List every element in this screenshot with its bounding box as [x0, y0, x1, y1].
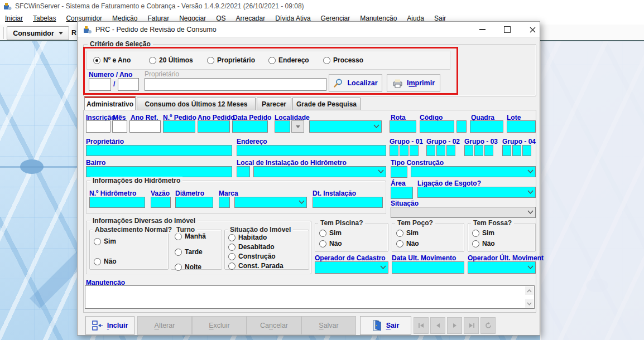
radio-desabitado[interactable]: Desabitado	[228, 243, 275, 251]
salvar-button[interactable]: Salvar	[301, 316, 356, 335]
salvar-label: Salvar	[319, 322, 338, 329]
marca-code-input[interactable]	[219, 197, 230, 208]
nav-previous-button[interactable]	[430, 317, 445, 334]
localidade-combo[interactable]	[309, 120, 382, 133]
grupo-03-input-3[interactable]	[484, 145, 493, 156]
radio-20-ultimos[interactable]: 20 Últimos	[149, 56, 193, 64]
grupo-01-input-2[interactable]	[400, 145, 408, 156]
menu-tabelas[interactable]: Tabelas	[28, 13, 61, 23]
n-hidrometro-input[interactable]	[89, 197, 145, 208]
radio-proprietario[interactable]: Proprietário	[207, 56, 255, 64]
data-ult-movimento-input[interactable]	[392, 261, 464, 274]
proprietario-search-input[interactable]	[145, 78, 326, 91]
tipo-construcao-code-input[interactable]	[391, 166, 407, 178]
dt-instalacao-input[interactable]	[313, 197, 383, 208]
sair-label: Sair	[386, 322, 400, 329]
radio-endereco[interactable]: Endereço	[268, 56, 309, 64]
situacao-combo[interactable]	[391, 207, 536, 218]
numero-ano-slash: /	[113, 80, 115, 88]
grupo-02-input-2[interactable]	[436, 145, 445, 156]
consumidor-toolbar-button[interactable]: Consumidor	[7, 26, 69, 40]
radio-turno-tarde[interactable]: Tarde	[175, 248, 203, 256]
inscricao-input[interactable]	[86, 120, 110, 133]
radio-fossa-nao[interactable]: Não	[472, 240, 495, 247]
operador-cadastro-combo[interactable]	[315, 261, 388, 274]
radio-processo[interactable]: Processo	[323, 56, 363, 64]
cancelar-button[interactable]: Cancelar	[247, 316, 301, 335]
grupo-04-input-2[interactable]	[512, 145, 521, 156]
localidade-dropdown-button[interactable]	[291, 120, 304, 133]
scroll-up-button[interactable]	[525, 286, 534, 295]
radio-turno-noite[interactable]: Noite	[175, 263, 201, 271]
diametro-input[interactable]	[175, 197, 213, 208]
ligacao-esgoto-combo[interactable]	[417, 187, 536, 198]
radio-abastecimento-sim[interactable]: Sim	[94, 237, 116, 245]
radio-construcao[interactable]: Construção	[228, 252, 276, 260]
grupo-03-input-2[interactable]	[474, 145, 483, 156]
codigo-input[interactable]	[420, 120, 454, 133]
grupo-04-input-3[interactable]	[522, 145, 531, 156]
ano-pedido-input[interactable]	[198, 120, 230, 133]
radio-habitado[interactable]: Habitado	[228, 234, 267, 241]
poco-caption: Tem Poço?	[395, 219, 435, 227]
radio-piscina-sim[interactable]: Sim	[319, 229, 342, 237]
radio-piscina-nao[interactable]: Não	[319, 240, 342, 247]
minimize-button[interactable]	[474, 24, 491, 35]
codigo-digit-input[interactable]	[456, 120, 467, 133]
nav-first-button[interactable]	[414, 317, 429, 334]
local-instalacao-combo[interactable]	[253, 166, 386, 177]
tab-parecer[interactable]: Parecer	[257, 98, 291, 110]
menu-iniciar[interactable]: Iniciar	[0, 13, 28, 23]
localidade-code-input[interactable]	[275, 120, 290, 133]
manutencao-textarea[interactable]	[85, 285, 535, 309]
alterar-button[interactable]: Alterar	[137, 316, 192, 335]
quadra-input[interactable]	[470, 120, 503, 133]
mes-input[interactable]	[112, 120, 127, 133]
tab-administrativo[interactable]: Administrativo	[84, 96, 136, 110]
lote-input[interactable]	[507, 120, 536, 133]
sair-button[interactable]: Sair	[360, 316, 411, 335]
n-pedido-input[interactable]	[163, 120, 195, 133]
proprietario-input[interactable]	[86, 145, 232, 156]
grupo-03-input-1[interactable]	[464, 145, 473, 156]
numero-input[interactable]	[89, 78, 111, 91]
scroll-down-button[interactable]	[525, 299, 534, 308]
imprimir-button[interactable]: Imprimir	[387, 74, 440, 92]
nav-refresh-button[interactable]	[480, 317, 496, 334]
incluir-button[interactable]: Incluir	[85, 316, 134, 335]
radio-icon	[323, 57, 330, 64]
excluir-button[interactable]: Excluir	[192, 316, 247, 335]
radio-turno-manha[interactable]: Manhã	[175, 232, 206, 240]
radio-fossa-sim[interactable]: Sim	[472, 229, 494, 237]
radio-abastecimento-nao[interactable]: Não	[94, 258, 117, 265]
close-button[interactable]	[524, 24, 541, 35]
radio-numero-e-ano[interactable]: Nº e Ano	[93, 56, 131, 64]
ano-input[interactable]	[118, 78, 139, 91]
localizar-button[interactable]: Localizar	[329, 74, 382, 92]
grupo-01-input-1[interactable]	[390, 145, 398, 156]
vazao-input[interactable]	[151, 197, 171, 208]
endereco-input[interactable]	[237, 145, 386, 156]
radio-poco-nao[interactable]: Não	[396, 240, 419, 247]
bairro-input[interactable]	[86, 166, 232, 177]
radio-const-parada[interactable]: Const. Parada	[228, 262, 283, 270]
area-input[interactable]	[391, 187, 413, 199]
tipo-construcao-combo[interactable]	[411, 166, 536, 177]
nav-last-button[interactable]	[464, 317, 479, 334]
ano-ref-input[interactable]	[129, 120, 161, 133]
nav-next-button[interactable]	[447, 317, 462, 334]
tab-grade-pesquisa[interactable]: Grade de Pesquisa	[292, 98, 361, 110]
grupo-04-input-1[interactable]	[502, 145, 511, 156]
grupo-01-input-3[interactable]	[410, 145, 419, 156]
local-instalacao-code-input[interactable]	[237, 166, 250, 177]
operador-ult-movimento-combo[interactable]	[468, 261, 536, 274]
partial-toolbar-button[interactable]: R	[71, 27, 77, 39]
data-pedido-input[interactable]	[232, 120, 268, 133]
grupo-02-input-3[interactable]	[446, 145, 455, 156]
marca-combo[interactable]	[234, 197, 307, 208]
rota-input[interactable]	[390, 120, 416, 133]
tab-consumo-12-meses[interactable]: Consumo dos Últimos 12 Meses	[137, 98, 256, 110]
maximize-button[interactable]	[499, 24, 516, 35]
radio-poco-sim[interactable]: Sim	[396, 229, 419, 237]
grupo-02-input-1[interactable]	[426, 145, 435, 156]
